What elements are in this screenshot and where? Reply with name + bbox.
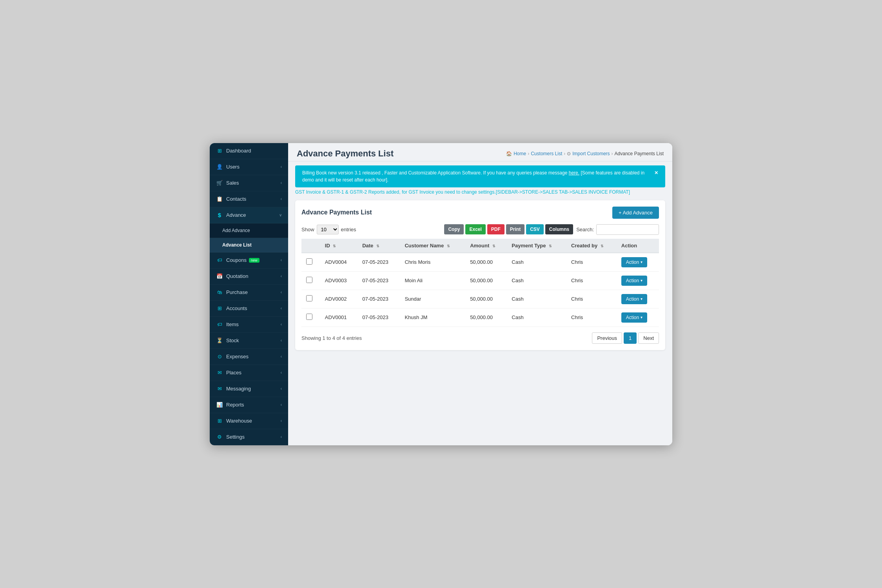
- sidebar-item-label: Settings: [226, 434, 245, 440]
- pagination-buttons: Previous 1 Next: [592, 332, 659, 344]
- entries-select[interactable]: 10 25 50 100: [317, 225, 339, 234]
- chevron-icon: ‹: [281, 387, 282, 391]
- sidebar-item-label: Expenses: [226, 354, 249, 359]
- sidebar-item-stock[interactable]: ⏳ Stock ‹: [210, 333, 288, 349]
- sidebar-item-messaging[interactable]: ✉ Messaging ‹: [210, 381, 288, 397]
- chevron-icon: ‹: [281, 322, 282, 327]
- table-head: ID ⇅ Date ⇅ Customer Name ⇅ Amount ⇅ Pay…: [301, 239, 659, 253]
- breadcrumb-sep2: ›: [564, 151, 565, 156]
- sidebar-item-coupons[interactable]: 🏷 Coupons new ‹: [210, 252, 288, 269]
- previous-button[interactable]: Previous: [592, 332, 622, 344]
- cell-checkbox[interactable]: [301, 290, 320, 308]
- sidebar-item-items[interactable]: 🏷 Items ‹: [210, 317, 288, 333]
- col-date[interactable]: Date ⇅: [358, 239, 400, 253]
- close-banner-button[interactable]: ✕: [654, 169, 658, 176]
- sidebar-item-users[interactable]: 👤 Users ‹: [210, 159, 288, 175]
- add-advance-button[interactable]: + Add Advance: [612, 207, 659, 219]
- col-action: Action: [617, 239, 659, 253]
- sidebar-item-warehouse[interactable]: ⊞ Warehouse ‹: [210, 413, 288, 429]
- purchase-icon: 🛍: [216, 289, 223, 296]
- cell-id: ADV0004: [320, 253, 358, 272]
- sidebar-item-places[interactable]: ✉ Places ‹: [210, 365, 288, 381]
- sidebar-item-purchase[interactable]: 🛍 Purchase ‹: [210, 285, 288, 301]
- content-area: Advance Payments List + Add Advance Show…: [288, 195, 672, 445]
- columns-button[interactable]: Columns: [545, 224, 573, 234]
- col-payment-type[interactable]: Payment Type ⇅: [507, 239, 566, 253]
- chevron-icon: ‹: [281, 435, 282, 439]
- sidebar: ⊞ Dashboard 👤 Users ‹ 🛒 Sales ‹ 📋 Contac…: [210, 143, 288, 445]
- cell-checkbox[interactable]: [301, 253, 320, 272]
- sidebar-item-reports[interactable]: 📊 Reports ‹: [210, 397, 288, 413]
- print-button[interactable]: Print: [506, 224, 524, 234]
- chevron-icon: ‹: [281, 290, 282, 294]
- sidebar-item-expenses[interactable]: ⊙ Expenses ‹: [210, 349, 288, 365]
- action-button-0[interactable]: Action ▾: [621, 257, 647, 267]
- sidebar-item-settings[interactable]: ⚙ Settings ‹: [210, 429, 288, 445]
- notification-main-text: Billing Book new version 3.1 released , …: [302, 170, 569, 176]
- action-button-3[interactable]: Action ▾: [621, 312, 647, 323]
- breadcrumb-import-customers[interactable]: Import Customers: [572, 151, 610, 156]
- action-caret-1: ▾: [641, 278, 642, 283]
- row-checkbox-1[interactable]: [306, 277, 312, 283]
- sidebar-item-quotation[interactable]: 📅 Quotation ‹: [210, 269, 288, 285]
- new-badge: new: [249, 258, 260, 263]
- sort-icon-id: ⇅: [333, 244, 336, 248]
- cell-date: 07-05-2023: [358, 253, 400, 272]
- sidebar-item-advance[interactable]: $ Advance ∨: [210, 207, 288, 223]
- chevron-icon: ‹: [281, 338, 282, 343]
- sidebar-item-advance-list[interactable]: Advance List: [210, 238, 288, 252]
- row-checkbox-0[interactable]: [306, 258, 312, 265]
- col-created-by[interactable]: Created by ⇅: [566, 239, 617, 253]
- pagination-summary: Showing 1 to 4 of 4 entries: [301, 335, 362, 341]
- copy-button[interactable]: Copy: [444, 224, 464, 234]
- excel-button[interactable]: Excel: [465, 224, 485, 234]
- row-checkbox-3[interactable]: [306, 314, 312, 320]
- pagination-row: Showing 1 to 4 of 4 entries Previous 1 N…: [301, 332, 659, 344]
- notification-banner: ✕ Billing Book new version 3.1 released …: [295, 165, 665, 187]
- breadcrumb-customers-list[interactable]: Customers List: [531, 151, 562, 156]
- cell-checkbox[interactable]: [301, 308, 320, 327]
- sidebar-item-label: Advance: [226, 212, 246, 218]
- chevron-icon: ‹: [281, 181, 282, 185]
- chevron-icon: ‹: [281, 197, 282, 201]
- search-input[interactable]: [596, 224, 659, 235]
- col-checkbox: [301, 239, 320, 253]
- chevron-icon: ‹: [281, 306, 282, 310]
- sidebar-item-add-advance[interactable]: Add Advance: [210, 223, 288, 238]
- col-amount[interactable]: Amount ⇅: [465, 239, 507, 253]
- col-id[interactable]: ID ⇅: [320, 239, 358, 253]
- page-1-button[interactable]: 1: [624, 332, 637, 344]
- cell-id: ADV0003: [320, 271, 358, 290]
- app-window: ⊞ Dashboard 👤 Users ‹ 🛒 Sales ‹ 📋 Contac…: [210, 143, 672, 445]
- table-row: ADV0004 07-05-2023 Chris Moris 50,000.00…: [301, 253, 659, 272]
- coupons-icon: 🏷: [216, 257, 223, 264]
- messaging-icon: ✉: [216, 385, 223, 392]
- sidebar-item-label: Contacts: [226, 196, 246, 202]
- cell-created-by: Chris: [566, 271, 617, 290]
- action-button-2[interactable]: Action ▾: [621, 294, 647, 304]
- csv-button[interactable]: CSV: [526, 224, 544, 234]
- pdf-button[interactable]: PDF: [487, 224, 505, 234]
- cell-amount: 50,000.00: [465, 271, 507, 290]
- breadcrumb-home[interactable]: Home: [514, 151, 526, 156]
- next-button[interactable]: Next: [638, 332, 659, 344]
- col-customer-name[interactable]: Customer Name ⇅: [400, 239, 465, 253]
- sidebar-item-dashboard[interactable]: ⊞ Dashboard: [210, 143, 288, 159]
- sidebar-item-sales[interactable]: 🛒 Sales ‹: [210, 175, 288, 191]
- row-checkbox-2[interactable]: [306, 295, 312, 301]
- cell-payment-type: Cash: [507, 271, 566, 290]
- sidebar-item-contacts[interactable]: 📋 Contacts ‹: [210, 191, 288, 207]
- toolbar-row: Show 10 25 50 100 entries Copy: [301, 224, 659, 235]
- action-button-1[interactable]: Action ▾: [621, 276, 647, 286]
- breadcrumb-sep3: ›: [612, 151, 613, 156]
- table-row: ADV0001 07-05-2023 Khush JM 50,000.00 Ca…: [301, 308, 659, 327]
- notification-link[interactable]: here.: [569, 170, 579, 176]
- reports-icon: 📊: [216, 401, 223, 408]
- sidebar-item-accounts[interactable]: ⊞ Accounts ‹: [210, 301, 288, 317]
- sidebar-item-label: Coupons: [226, 257, 247, 263]
- chevron-icon: ‹: [281, 354, 282, 359]
- cell-action: Action ▾: [617, 271, 659, 290]
- table-row: ADV0003 07-05-2023 Moin Ali 50,000.00 Ca…: [301, 271, 659, 290]
- cell-checkbox[interactable]: [301, 271, 320, 290]
- breadcrumb-sep1: ›: [528, 151, 529, 156]
